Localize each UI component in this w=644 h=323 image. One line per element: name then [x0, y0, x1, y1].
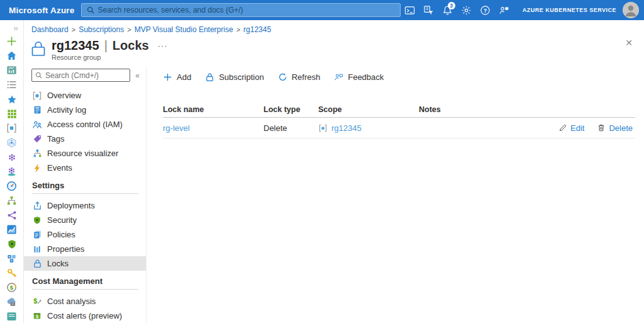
- dashboard-icon[interactable]: [0, 63, 24, 77]
- sidebar-item-locks[interactable]: Locks: [24, 256, 146, 271]
- all-services-icon[interactable]: [0, 77, 24, 92]
- title-separator: |: [104, 38, 108, 53]
- breadcrumb-resource-group[interactable]: rg12345: [243, 25, 271, 34]
- azure-brand[interactable]: Microsoft Azure: [9, 6, 75, 15]
- help-support-icon[interactable]: [0, 295, 24, 309]
- table-row: rg-level Delete rg12345 Edit: [163, 118, 635, 139]
- sidebar-item-events[interactable]: Events: [24, 161, 146, 175]
- locks-table: Lock name Lock type Scope Notes rg-level…: [163, 101, 635, 139]
- close-blade-icon[interactable]: ✕: [625, 38, 633, 48]
- svg-text:$: $: [36, 314, 38, 319]
- breadcrumb-subscriptions[interactable]: Subscriptions: [79, 25, 124, 34]
- notification-badge: 3: [448, 2, 455, 9]
- locks-icon: [32, 259, 42, 269]
- sidebar-item-policies[interactable]: Policies: [24, 227, 146, 242]
- more-services-icon[interactable]: [0, 309, 24, 323]
- svg-text:$: $: [33, 297, 37, 305]
- settings-gear-icon[interactable]: [457, 0, 476, 20]
- add-button[interactable]: Add: [163, 72, 191, 82]
- function-app-icon[interactable]: [0, 150, 24, 164]
- expand-double-chevron-icon[interactable]: [0, 23, 24, 34]
- sidebar-item-access-control-iam[interactable]: Access control (IAM): [24, 117, 146, 132]
- deployments-icon: [32, 201, 42, 211]
- menu-section-cost-management: Cost Management: [32, 276, 138, 290]
- resource-groups-icon[interactable]: [0, 121, 24, 135]
- sidebar-item-security[interactable]: Security: [24, 213, 146, 227]
- policies-icon: [32, 230, 42, 240]
- column-header-scope[interactable]: Scope: [318, 105, 419, 114]
- menu-search-input[interactable]: [45, 71, 126, 80]
- top-bar: Microsoft Azure 3 ? AZURE KUBERNETES SER…: [0, 0, 644, 20]
- subscription-button[interactable]: Subscription: [205, 72, 264, 82]
- directory-filter-icon[interactable]: [419, 0, 438, 20]
- breadcrumb-separator: >: [236, 26, 240, 33]
- storage-accounts-icon[interactable]: [0, 251, 24, 266]
- global-search[interactable]: [81, 3, 401, 17]
- edit-lock-button[interactable]: Edit: [558, 123, 584, 133]
- azure-cosmos-db-icon[interactable]: [0, 164, 24, 179]
- sidebar-item-deployments[interactable]: Deployments: [24, 198, 146, 213]
- monitor-icon[interactable]: [0, 222, 24, 237]
- table-header-row: Lock name Lock type Scope Notes: [163, 101, 635, 118]
- sidebar-item-activity-log[interactable]: Activity log: [24, 103, 146, 117]
- load-balancers-icon[interactable]: [0, 193, 24, 208]
- menu-search-box[interactable]: [31, 69, 130, 82]
- overview-icon: [32, 91, 42, 101]
- page-header: Dashboard > Subscriptions > MVP Visual S…: [24, 20, 644, 61]
- feedback-button[interactable]: Feedback: [334, 72, 384, 82]
- lock-type-value: Delete: [264, 123, 318, 133]
- properties-icon: [32, 244, 42, 254]
- lock-title-icon: [31, 40, 45, 60]
- security-shield-icon: [32, 215, 42, 225]
- sidebar-item-tags[interactable]: Tags: [24, 132, 146, 146]
- refresh-button[interactable]: Refresh: [278, 72, 321, 82]
- collapse-menu-icon[interactable]: «: [130, 71, 142, 80]
- home-icon[interactable]: [0, 48, 24, 63]
- create-a-resource-icon[interactable]: [0, 34, 24, 48]
- account-menu[interactable]: AZURE KUBERNETES SERVICE: [523, 2, 639, 18]
- activity-log-icon: [32, 105, 42, 115]
- subscription-lock-icon: [205, 72, 214, 82]
- cost-alerts-icon: $: [32, 311, 42, 321]
- advisor-icon[interactable]: [0, 179, 24, 193]
- cloud-shell-icon[interactable]: [401, 0, 419, 20]
- delete-lock-button[interactable]: Delete: [597, 123, 633, 133]
- sidebar-item-properties[interactable]: Properties: [24, 242, 146, 256]
- virtual-networks-icon[interactable]: [0, 208, 24, 222]
- all-resources-icon[interactable]: [0, 106, 24, 121]
- sidebar-item-cost-alerts[interactable]: $ Cost alerts (preview): [24, 309, 146, 323]
- more-options-icon[interactable]: ···: [158, 41, 168, 50]
- breadcrumb-separator: >: [127, 26, 131, 33]
- svg-text:$: $: [10, 284, 14, 291]
- scope-link[interactable]: rg12345: [331, 123, 362, 133]
- sidebar-item-overview[interactable]: Overview: [24, 88, 146, 103]
- breadcrumb-dashboard[interactable]: Dashboard: [31, 25, 69, 34]
- title-blade-name: Locks: [113, 38, 149, 53]
- column-header-lock-name[interactable]: Lock name: [163, 105, 264, 114]
- avatar[interactable]: [623, 2, 639, 18]
- feedback-toolbar-icon: [334, 72, 343, 82]
- help-icon[interactable]: ?: [476, 0, 495, 20]
- pencil-icon: [558, 123, 567, 132]
- column-header-notes[interactable]: Notes: [419, 105, 522, 114]
- breadcrumb-subscription-name[interactable]: MVP Visual Studio Enterprise: [135, 25, 233, 34]
- resource-name: rg12345: [52, 38, 99, 53]
- app-services-icon[interactable]: [0, 135, 24, 150]
- favorites-star-icon[interactable]: [0, 92, 24, 106]
- resource-group-icon: [318, 123, 328, 133]
- sidebar-item-cost-analysis[interactable]: $ Cost analysis: [24, 294, 146, 309]
- cost-management-billing-icon[interactable]: $: [0, 280, 24, 295]
- security-center-icon[interactable]: [0, 237, 24, 251]
- feedback-icon[interactable]: [495, 0, 514, 20]
- trash-icon: [597, 123, 606, 132]
- sidebar-item-resource-visualizer[interactable]: Resource visualizer: [24, 146, 146, 161]
- svg-text:?: ?: [484, 7, 487, 13]
- lock-name-link[interactable]: rg-level: [163, 123, 190, 133]
- search-icon: [87, 6, 94, 14]
- tags-icon: [32, 134, 42, 144]
- global-search-input[interactable]: [98, 6, 395, 14]
- column-header-lock-type[interactable]: Lock type: [264, 105, 318, 114]
- resource-menu: « Overview Activity log Access control (…: [24, 66, 147, 323]
- notifications-bell-icon[interactable]: 3: [438, 0, 457, 20]
- key-vaults-icon[interactable]: [0, 266, 24, 280]
